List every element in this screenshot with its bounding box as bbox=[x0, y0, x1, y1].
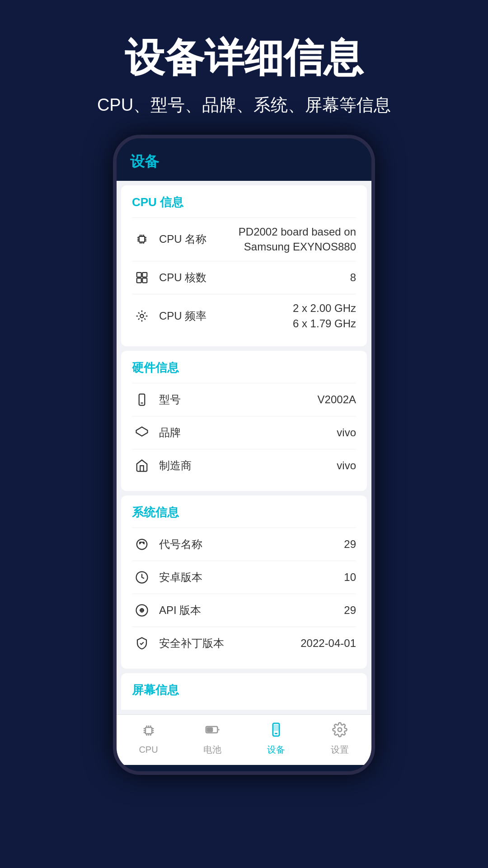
cpu-cores-value: 8 bbox=[350, 270, 356, 285]
svg-rect-2 bbox=[142, 273, 147, 277]
manufacturer-label: 制造商 bbox=[159, 458, 337, 473]
svg-point-8 bbox=[137, 539, 147, 550]
svg-rect-3 bbox=[137, 278, 141, 283]
cpu-name-row: CPU 名称 PD2002 board based on Samsung EXY… bbox=[132, 217, 356, 261]
security-patch-value: 2022-04-01 bbox=[300, 636, 356, 651]
device-nav-label: 设备 bbox=[267, 744, 285, 756]
manufacturer-row: 制造商 vivo bbox=[132, 449, 356, 482]
cpu-cores-label: CPU 核数 bbox=[159, 270, 350, 285]
android-version-label: 安卓版本 bbox=[159, 570, 344, 585]
svg-rect-18 bbox=[207, 728, 212, 732]
cpu-name-label: CPU 名称 bbox=[159, 232, 230, 246]
phone-icon bbox=[132, 390, 152, 410]
cpu-section-title: CPU 信息 bbox=[132, 194, 356, 210]
device-nav-icon bbox=[268, 722, 284, 741]
cpu-freq-value: 2 x 2.00 GHz 6 x 1.79 GHz bbox=[293, 301, 356, 331]
svg-rect-4 bbox=[142, 278, 147, 283]
codename-row: 代号名称 29 bbox=[132, 528, 356, 561]
screen-info-card: 屏幕信息 bbox=[121, 673, 367, 710]
model-value: V2002A bbox=[318, 392, 356, 407]
model-row: 型号 V2002A bbox=[132, 383, 356, 416]
header: 设备详细信息 CPU、型号、品牌、系统、屏幕等信息 bbox=[0, 0, 488, 135]
nav-item-device[interactable]: 设备 bbox=[244, 722, 308, 756]
settings-nav-label: 设置 bbox=[331, 744, 349, 756]
manufacturer-value: vivo bbox=[337, 458, 356, 473]
cpu-info-card: CPU 信息 CPU 名称 PD2002 board based on Sams… bbox=[121, 185, 367, 346]
phone-mockup: 设备 CPU 信息 CPU 名称 PD2002 bbox=[0, 135, 488, 775]
brand-value: vivo bbox=[337, 425, 356, 440]
security-patch-label: 安全补丁版本 bbox=[159, 636, 300, 651]
cpu-freq-label: CPU 频率 bbox=[159, 309, 293, 323]
security-patch-icon bbox=[132, 633, 152, 653]
system-section-title: 系统信息 bbox=[132, 505, 356, 520]
svg-rect-16 bbox=[145, 727, 151, 734]
page-subtitle: CPU、型号、品牌、系统、屏幕等信息 bbox=[27, 94, 461, 117]
cpu-cores-row: CPU 核数 8 bbox=[132, 261, 356, 294]
codename-label: 代号名称 bbox=[159, 537, 344, 552]
svg-point-9 bbox=[140, 542, 141, 543]
brand-row: 品牌 vivo bbox=[132, 416, 356, 449]
brand-icon bbox=[132, 423, 152, 443]
cpu-nav-label: CPU bbox=[139, 745, 158, 755]
svg-point-10 bbox=[143, 542, 145, 543]
android-version-value: 10 bbox=[344, 570, 356, 585]
codename-icon bbox=[132, 534, 152, 554]
content-area: CPU 信息 CPU 名称 PD2002 board based on Sams… bbox=[117, 181, 371, 714]
svg-point-22 bbox=[338, 728, 342, 732]
android-version-icon bbox=[132, 567, 152, 587]
api-version-label: API 版本 bbox=[159, 603, 344, 618]
system-info-card: 系统信息 代号名称 29 bbox=[121, 495, 367, 669]
codename-value: 29 bbox=[344, 537, 356, 552]
nav-item-cpu[interactable]: CPU bbox=[117, 723, 180, 755]
model-label: 型号 bbox=[159, 392, 318, 407]
api-version-value: 29 bbox=[344, 603, 356, 618]
bottom-navigation: CPU 电池 bbox=[117, 714, 371, 765]
battery-nav-label: 电池 bbox=[203, 744, 221, 756]
svg-rect-6 bbox=[139, 394, 145, 406]
screen-section-title: 屏幕信息 bbox=[132, 682, 356, 698]
hardware-info-card: 硬件信息 型号 V2002A bbox=[121, 351, 367, 491]
phone-screen: 设备 CPU 信息 CPU 名称 PD2002 bbox=[117, 138, 371, 771]
app-bar-title: 设备 bbox=[130, 152, 358, 172]
cpu-freq-icon bbox=[132, 306, 152, 326]
app-bar: 设备 bbox=[117, 138, 371, 181]
svg-point-5 bbox=[140, 314, 144, 318]
phone-frame: 设备 CPU 信息 CPU 名称 PD2002 bbox=[113, 135, 375, 775]
nav-item-settings[interactable]: 设置 bbox=[308, 722, 371, 756]
cpu-cores-icon bbox=[132, 268, 152, 288]
page-title: 设备详细信息 bbox=[27, 36, 461, 80]
api-version-icon bbox=[132, 600, 152, 620]
cpu-freq-row: CPU 频率 2 x 2.00 GHz 6 x 1.79 GHz bbox=[132, 294, 356, 337]
settings-nav-icon bbox=[332, 722, 347, 741]
android-version-row: 安卓版本 10 bbox=[132, 561, 356, 594]
cpu-name-value: PD2002 board based on Samsung EXYNOS880 bbox=[230, 224, 356, 255]
svg-rect-21 bbox=[274, 725, 278, 730]
cpu-chip-icon bbox=[132, 229, 152, 249]
svg-rect-1 bbox=[137, 273, 141, 277]
nav-item-battery[interactable]: 电池 bbox=[180, 722, 244, 756]
hardware-section-title: 硬件信息 bbox=[132, 360, 356, 376]
api-version-row: API 版本 29 bbox=[132, 594, 356, 627]
battery-nav-icon bbox=[205, 722, 220, 741]
cpu-nav-icon bbox=[141, 723, 156, 742]
svg-rect-0 bbox=[139, 236, 145, 242]
brand-label: 品牌 bbox=[159, 425, 337, 440]
manufacturer-icon bbox=[132, 456, 152, 476]
security-patch-row: 安全补丁版本 2022-04-01 bbox=[132, 627, 356, 660]
